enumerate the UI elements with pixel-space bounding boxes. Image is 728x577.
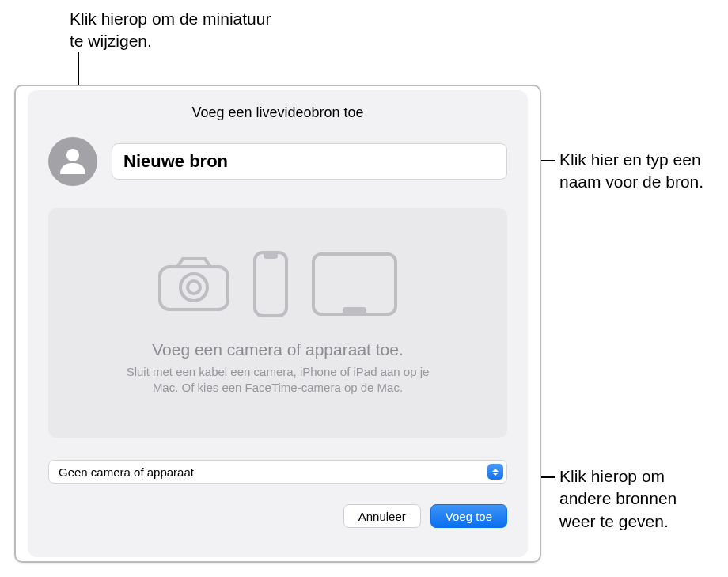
preview-box: Voeg een camera of apparaat toe. Sluit m… <box>48 208 507 438</box>
phone-icon <box>252 250 289 321</box>
dialog-header-row: Nieuwe bron <box>48 137 507 186</box>
dialog: Voeg een livevideobron toe Nieuwe bron <box>28 90 528 557</box>
confirm-button[interactable]: Voeg toe <box>430 504 507 528</box>
source-name-input[interactable]: Nieuwe bron <box>112 143 507 180</box>
camera-select-label: Geen camera of apparaat <box>59 465 487 479</box>
cancel-button[interactable]: Annuleer <box>343 504 421 528</box>
tablet-icon <box>311 252 398 320</box>
camera-icon <box>157 256 230 316</box>
callout-select: Klik hierop om andere bronnen weer te ge… <box>559 465 710 533</box>
svg-point-3 <box>188 281 200 294</box>
preview-title: Voeg een camera of apparaat toe. <box>152 340 404 359</box>
callout-thumbnail: Klik hierop om de miniatuur te wijzigen. <box>70 8 275 53</box>
preview-subtitle: Sluit met een kabel een camera, iPhone o… <box>119 364 436 397</box>
svg-point-0 <box>66 149 79 161</box>
source-name-value: Nieuwe bron <box>123 151 228 172</box>
svg-rect-4 <box>255 252 286 316</box>
callout-name: Klik hier en typ een naam voor de bron. <box>559 149 710 194</box>
dialog-window: Voeg een livevideobron toe Nieuwe bron <box>14 85 541 563</box>
button-row: Annuleer Voeg toe <box>48 504 507 528</box>
camera-select[interactable]: Geen camera of apparaat <box>48 460 507 484</box>
svg-rect-6 <box>313 254 396 314</box>
updown-caret-icon <box>487 464 503 480</box>
svg-rect-5 <box>264 252 278 259</box>
thumbnail-button[interactable] <box>48 137 97 186</box>
dialog-title: Voeg een livevideobron toe <box>48 104 507 121</box>
svg-rect-7 <box>343 307 366 313</box>
svg-point-2 <box>180 274 207 301</box>
person-silhouette-icon <box>57 144 89 179</box>
preview-icon-row <box>157 250 398 321</box>
